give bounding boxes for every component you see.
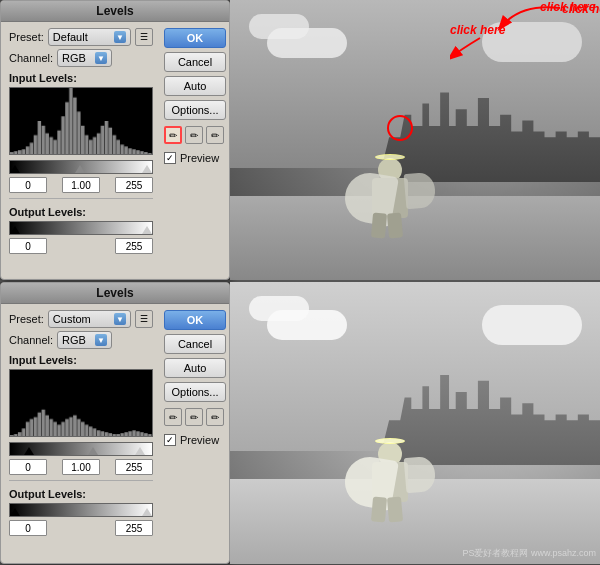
options-button-top[interactable]: Options...: [164, 100, 226, 120]
preview-checkbox-bottom[interactable]: ✓: [164, 434, 176, 446]
output-gradient-bottom[interactable]: [9, 503, 153, 517]
preview-checkbox-top[interactable]: ✓: [164, 152, 176, 164]
input-mid-top[interactable]: [62, 177, 100, 193]
input-levels-label-bottom: Input Levels:: [9, 354, 153, 366]
output-levels-label-top: Output Levels:: [9, 206, 153, 218]
eyedropper-black-top[interactable]: ✏: [164, 126, 182, 144]
dialog-left-bottom: Preset: Custom ▼ ☰ Channel: RGB ▼ I: [1, 304, 159, 563]
preset-arrow-bottom: ▼: [114, 313, 126, 325]
output-white-top[interactable]: [115, 238, 153, 254]
ok-button-bottom[interactable]: OK: [164, 310, 226, 330]
dialog-right-top: OK Cancel Auto Options... ✏ ✏ ✏ ✓ Previe…: [159, 22, 229, 279]
input-black-bottom[interactable]: [9, 459, 47, 475]
output-levels-label-bottom: Output Levels:: [9, 488, 153, 500]
output-white-bottom[interactable]: [115, 520, 153, 536]
preset-row-top: Preset: Default ▼ ☰: [9, 28, 153, 46]
channel-arrow-bottom: ▼: [95, 334, 107, 346]
eyedropper-black-bottom[interactable]: ✏: [164, 408, 182, 426]
scene-top: [230, 0, 600, 280]
preset-row-bottom: Preset: Custom ▼ ☰: [9, 310, 153, 328]
channel-label-top: Channel:: [9, 52, 53, 64]
svg-text:click here: click here: [450, 23, 506, 37]
photo-area-bottom: PS爱好者教程网 www.psahz.com: [230, 282, 600, 564]
output-black-bottom[interactable]: [9, 520, 47, 536]
histogram-bottom: [9, 369, 153, 437]
preset-label-bottom: Preset:: [9, 313, 44, 325]
input-white-top[interactable]: [115, 177, 153, 193]
eyedropper-white-top[interactable]: ✏: [206, 126, 224, 144]
cancel-button-bottom[interactable]: Cancel: [164, 334, 226, 354]
eyedropper-gray-bottom[interactable]: ✏: [185, 408, 203, 426]
input-white-bottom[interactable]: [115, 459, 153, 475]
channel-arrow-top: ▼: [95, 52, 107, 64]
channel-select-top[interactable]: RGB ▼: [57, 49, 112, 67]
preset-label-top: Preset:: [9, 31, 44, 43]
bottom-panel: Levels Preset: Custom ▼ ☰ Channel: RGB: [0, 282, 600, 564]
output-values-bottom: [9, 520, 153, 536]
dialog-title-bottom: Levels: [1, 283, 229, 304]
cancel-button-top[interactable]: Cancel: [164, 52, 226, 72]
input-slider-top[interactable]: [9, 160, 153, 174]
arrow-annotation: click here: [450, 20, 530, 62]
eyedropper-row-bottom: ✏ ✏ ✏: [164, 408, 224, 426]
channel-row-bottom: Channel: RGB ▼: [9, 331, 153, 349]
scene-bottom: [230, 282, 600, 564]
dialog-right-bottom: OK Cancel Auto Options... ✏ ✏ ✏ ✓ Previe…: [159, 304, 229, 563]
input-values-top: [9, 177, 153, 193]
input-values-bottom: [9, 459, 153, 475]
photo-area-top: click here click here click here: [230, 0, 600, 280]
levels-dialog-bottom: Levels Preset: Custom ▼ ☰ Channel: RGB: [0, 282, 230, 564]
top-panel: Levels Preset: Default ▼ ☰ Channel: RGB: [0, 0, 600, 282]
input-mid-bottom[interactable]: [62, 459, 100, 475]
output-gradient-top[interactable]: [9, 221, 153, 235]
dialog-left-top: Preset: Default ▼ ☰ Channel: RGB ▼: [1, 22, 159, 279]
ok-button-top[interactable]: OK: [164, 28, 226, 48]
auto-button-top[interactable]: Auto: [164, 76, 226, 96]
preview-label-bottom: Preview: [180, 434, 219, 446]
output-black-top[interactable]: [9, 238, 47, 254]
preset-menu-top[interactable]: ☰: [135, 28, 153, 46]
preset-arrow-top: ▼: [114, 31, 126, 43]
dialog-title-top: Levels: [1, 1, 229, 22]
preview-row-top: ✓ Preview: [164, 152, 224, 164]
input-levels-label-top: Input Levels:: [9, 72, 153, 84]
eyedropper-row-top: ✏ ✏ ✏: [164, 126, 224, 144]
levels-dialog-top: Levels Preset: Default ▼ ☰ Channel: RGB: [0, 0, 230, 280]
preset-select-top[interactable]: Default ▼: [48, 28, 131, 46]
output-values-top: [9, 238, 153, 254]
preset-menu-bottom[interactable]: ☰: [135, 310, 153, 328]
preview-row-bottom: ✓ Preview: [164, 434, 224, 446]
channel-row-top: Channel: RGB ▼: [9, 49, 153, 67]
eyedropper-gray-top[interactable]: ✏: [185, 126, 203, 144]
options-button-bottom[interactable]: Options...: [164, 382, 226, 402]
input-black-top[interactable]: [9, 177, 47, 193]
auto-button-bottom[interactable]: Auto: [164, 358, 226, 378]
input-slider-bottom[interactable]: [9, 442, 153, 456]
channel-label-bottom: Channel:: [9, 334, 53, 346]
eyedropper-white-bottom[interactable]: ✏: [206, 408, 224, 426]
watermark: PS爱好者教程网 www.psahz.com: [462, 547, 596, 560]
channel-select-bottom[interactable]: RGB ▼: [57, 331, 112, 349]
preview-label-top: Preview: [180, 152, 219, 164]
histogram-top: [9, 87, 153, 155]
preset-select-bottom[interactable]: Custom ▼: [48, 310, 131, 328]
